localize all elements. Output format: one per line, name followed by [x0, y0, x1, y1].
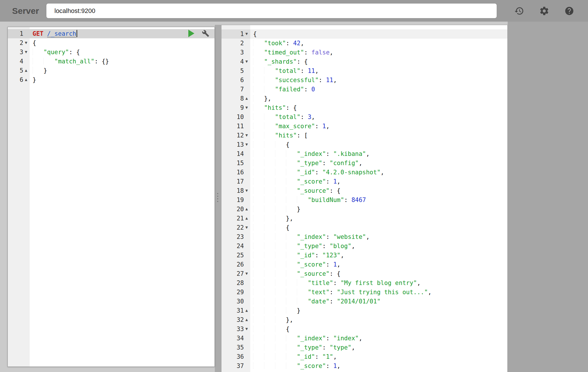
token-key: "text" [308, 289, 330, 296]
code-line: "_type": "config", [250, 158, 507, 168]
token-plain: : [326, 261, 333, 268]
panel-resizer[interactable] [217, 193, 218, 202]
token-key: "_shards" [264, 58, 297, 65]
token-plain: , [337, 178, 341, 185]
code-line: "hits": [ [250, 131, 507, 140]
request-editor[interactable]: 12▼3▼45▲6▲ GET /_search{ "query": { "mat… [7, 27, 215, 367]
token-indent [253, 298, 308, 305]
code-line: "_type": "type", [250, 343, 507, 352]
token-plain: : [333, 280, 340, 286]
token-indent [253, 187, 297, 194]
token-indent [253, 243, 297, 250]
fold-close-icon[interactable]: ▲ [244, 94, 249, 103]
fold-close-icon[interactable]: ▲ [244, 306, 249, 315]
line-number: 21 [237, 214, 244, 223]
token-key: "match_all" [54, 58, 94, 65]
token-plain: } [297, 307, 301, 314]
text-cursor [77, 30, 77, 37]
line-number: 4 [240, 57, 244, 66]
line-number: 4 [20, 57, 23, 66]
code-line[interactable]: "query": { [30, 48, 215, 57]
token-key: "total" [275, 67, 301, 74]
fold-open-icon[interactable]: ▼ [244, 103, 249, 112]
code-line[interactable]: } [30, 66, 215, 75]
token-indent [253, 362, 297, 369]
code-line: "_type": "blog", [250, 241, 507, 251]
token-indent [253, 289, 308, 296]
token-plain: , [333, 353, 337, 360]
fold-close-icon[interactable]: ▲ [23, 66, 29, 75]
code-line: "max_score": 1, [250, 122, 507, 131]
line-number: 18 [237, 186, 244, 195]
fold-open-icon[interactable]: ▼ [23, 38, 29, 48]
token-plain: : [315, 252, 322, 259]
token-plain: : { [297, 58, 308, 65]
gutter-cell: 6 [221, 75, 250, 85]
history-button[interactable] [514, 6, 524, 16]
token-plain: : [315, 123, 322, 130]
token-indent [253, 150, 297, 157]
code-line[interactable]: GET /_search [30, 29, 215, 38]
gutter-cell: 27▼ [221, 269, 250, 278]
gutter-cell: 13▼ [221, 140, 250, 149]
fold-open-icon[interactable]: ▼ [244, 186, 249, 195]
fold-close-icon[interactable]: ▲ [244, 214, 249, 223]
gutter-cell: 9▼ [221, 103, 250, 112]
gutter-cell: 28 [221, 278, 250, 288]
code-line[interactable]: "match_all": {} [30, 57, 215, 66]
code-line[interactable]: } [30, 75, 215, 84]
line-number: 37 [237, 361, 244, 371]
line-number: 20 [237, 205, 244, 214]
history-icon [514, 12, 524, 17]
code-line: } [250, 306, 507, 315]
fold-open-icon[interactable]: ▼ [244, 140, 249, 149]
token-plain: } [43, 67, 47, 74]
token-plain: , [337, 362, 341, 369]
fold-open-icon[interactable]: ▼ [244, 131, 249, 140]
fold-open-icon[interactable]: ▼ [244, 57, 249, 66]
fold-close-icon[interactable]: ▲ [244, 315, 249, 324]
token-indent [253, 344, 297, 351]
code-line[interactable]: { [30, 38, 215, 48]
request-settings-button[interactable] [202, 30, 209, 37]
token-plain: : [300, 67, 308, 74]
fold-open-icon[interactable]: ▼ [244, 269, 249, 278]
token-plain: : [322, 243, 329, 250]
fold-close-icon[interactable]: ▲ [23, 75, 29, 84]
code-line: "_index": ".kibana", [250, 149, 507, 158]
request-code[interactable]: GET /_search{ "query": { "match_all": {}… [30, 27, 215, 367]
token-key: "_index" [297, 233, 326, 240]
token-str: "My first blog entry" [340, 280, 417, 286]
token-plain: : { [286, 104, 297, 111]
fold-open-icon[interactable]: ▼ [244, 223, 249, 232]
response-gutter: 1▼234▼5678▲9▼101112▼13▼1415161718▼1920▲2… [221, 25, 250, 372]
fold-close-icon[interactable]: ▲ [244, 205, 249, 214]
server-url-input[interactable] [46, 3, 497, 18]
token-key: "_type" [297, 344, 323, 351]
line-number: 17 [237, 177, 244, 186]
line-number: 3 [20, 48, 23, 57]
token-plain: : [326, 233, 333, 240]
token-plain: , [428, 289, 432, 296]
token-str: ".kibana" [333, 150, 366, 157]
code-line: "_score": 1, [250, 361, 507, 371]
gutter-cell: 11 [221, 122, 250, 131]
token-num: 11 [308, 67, 315, 74]
fold-open-icon[interactable]: ▼ [244, 29, 249, 39]
fold-open-icon[interactable]: ▼ [23, 48, 29, 57]
token-indent [33, 67, 43, 74]
code-line: "_id": "4.2.0-snapshot", [250, 168, 507, 177]
line-number: 1 [20, 29, 23, 38]
line-number: 31 [237, 306, 244, 315]
help-button[interactable] [564, 6, 574, 16]
send-request-button[interactable] [188, 30, 194, 37]
token-indent [253, 280, 308, 286]
gutter-cell: 3▼ [8, 48, 30, 57]
gutter-cell: 16 [221, 168, 250, 177]
gutter-cell: 4▼ [221, 57, 250, 66]
fold-open-icon[interactable]: ▼ [244, 324, 249, 334]
gutter-cell: 24 [221, 241, 250, 251]
settings-button[interactable] [539, 6, 549, 16]
line-number: 10 [237, 112, 244, 122]
gutter-cell: 22▼ [221, 223, 250, 232]
